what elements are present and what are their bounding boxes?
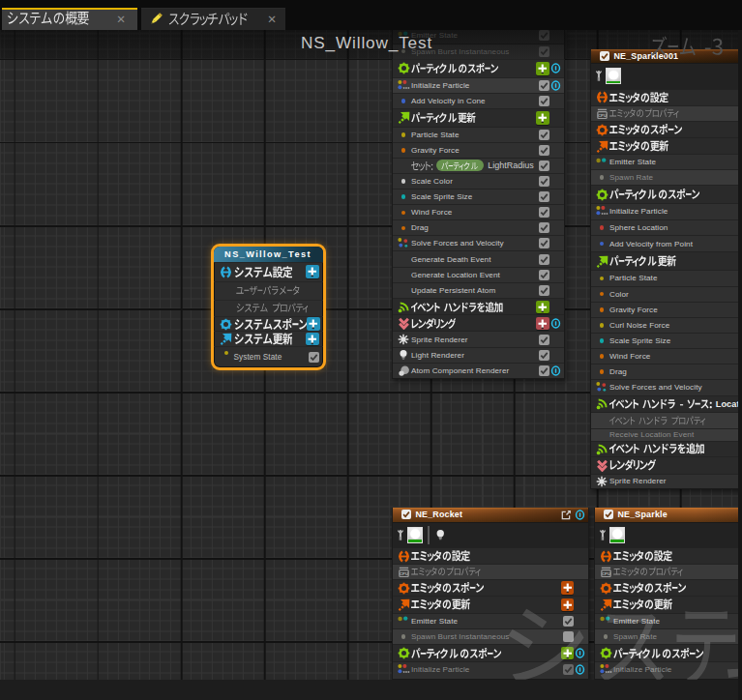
- svg-text:CPU: CPU: [399, 571, 407, 576]
- svg-text:CPU: CPU: [601, 571, 609, 576]
- svg-text:CPU: CPU: [597, 113, 606, 118]
